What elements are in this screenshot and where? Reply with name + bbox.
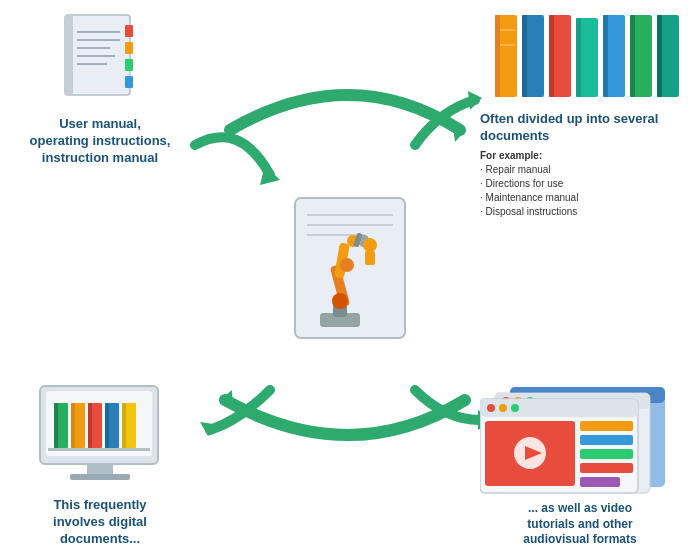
- svg-rect-24: [549, 15, 554, 97]
- svg-point-58: [499, 404, 507, 412]
- svg-rect-40: [71, 403, 75, 448]
- bottom-left-title: This frequently involves digital documen…: [53, 497, 147, 548]
- svg-rect-11: [125, 76, 133, 88]
- user-manual-icon: [55, 10, 145, 110]
- svg-rect-8: [125, 25, 133, 37]
- svg-rect-10: [125, 59, 133, 71]
- svg-rect-36: [70, 474, 130, 480]
- svg-point-81: [363, 238, 377, 252]
- svg-rect-22: [522, 15, 527, 97]
- top-right-title: Often divided up into several documents: [480, 111, 690, 145]
- video-icon: [480, 385, 680, 495]
- svg-rect-42: [88, 403, 92, 448]
- svg-rect-65: [580, 449, 633, 459]
- svg-rect-67: [580, 477, 620, 487]
- svg-rect-32: [657, 15, 662, 97]
- center-doc-icon: [285, 193, 415, 343]
- svg-point-76: [332, 293, 348, 309]
- top-right-corner: Often divided up into several documents …: [480, 10, 690, 219]
- svg-rect-63: [580, 421, 633, 431]
- svg-rect-66: [580, 463, 633, 473]
- center-document: [285, 193, 415, 343]
- svg-rect-9: [125, 42, 133, 54]
- svg-rect-30: [630, 15, 635, 97]
- svg-point-77: [340, 258, 354, 272]
- svg-rect-44: [105, 403, 109, 448]
- top-right-subtitle: For example: · Repair manual · Direction…: [480, 149, 690, 219]
- svg-rect-82: [365, 251, 375, 265]
- svg-rect-26: [576, 18, 581, 97]
- top-left-title: User manual, operating instructions, ins…: [30, 116, 171, 167]
- bottom-right-corner: ... as well as video tutorials and other…: [470, 385, 690, 548]
- svg-rect-38: [54, 403, 58, 448]
- svg-point-57: [487, 404, 495, 412]
- svg-marker-0: [260, 165, 280, 185]
- svg-rect-47: [48, 448, 150, 451]
- svg-point-59: [511, 404, 519, 412]
- bottom-right-title: ... as well as video tutorials and other…: [523, 501, 636, 548]
- top-left-corner: User manual, operating instructions, ins…: [20, 10, 180, 167]
- diagram-container: User manual, operating instructions, ins…: [0, 0, 700, 558]
- svg-rect-7: [65, 15, 73, 95]
- svg-rect-46: [122, 403, 126, 448]
- book-stack-icon: [490, 10, 680, 105]
- bottom-left-corner: This frequently involves digital documen…: [20, 381, 180, 548]
- svg-rect-35: [87, 464, 113, 474]
- monitor-icon: [30, 381, 170, 491]
- svg-rect-64: [580, 435, 633, 445]
- svg-marker-5: [220, 390, 233, 410]
- svg-rect-28: [603, 15, 608, 97]
- svg-rect-18: [495, 15, 500, 97]
- svg-marker-4: [452, 120, 466, 142]
- svg-marker-3: [200, 422, 220, 436]
